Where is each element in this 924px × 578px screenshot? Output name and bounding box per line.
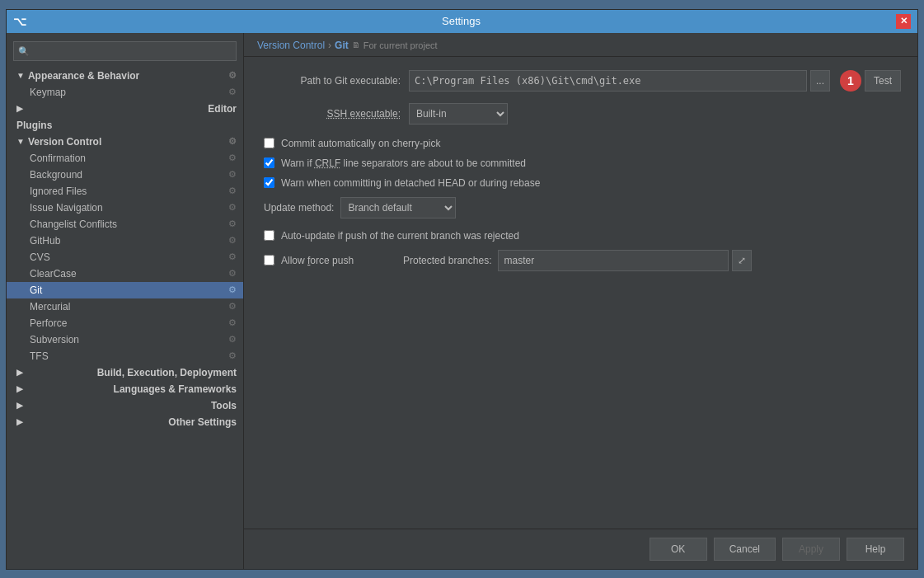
- cherry-pick-row: Commit automatically on cherry-pick: [260, 138, 901, 149]
- search-box[interactable]: 🔍: [13, 41, 237, 61]
- sidebar-item-build[interactable]: ▶ Build, Execution, Deployment: [7, 364, 243, 381]
- sidebar-label-editor: Editor: [208, 103, 237, 115]
- window-title: Settings: [26, 15, 896, 27]
- force-underline: f: [307, 255, 310, 266]
- sidebar-item-github[interactable]: GitHub ⚙: [7, 233, 243, 249]
- sidebar-item-appearance[interactable]: ▼ Appearance & Behavior ⚙: [7, 68, 243, 84]
- settings-icon-background: ⚙: [228, 169, 237, 180]
- sidebar-item-keymap[interactable]: Keymap ⚙: [7, 84, 243, 101]
- sidebar-label-plugins: Plugins: [16, 120, 52, 131]
- ssh-row: SSH executable: Built-in: [260, 103, 901, 125]
- ellipsis-button[interactable]: ...: [810, 70, 830, 92]
- sidebar-label-background: Background: [30, 169, 82, 181]
- sidebar-item-subversion[interactable]: Subversion ⚙: [7, 331, 243, 348]
- sidebar-label-github: GitHub: [30, 235, 60, 247]
- settings-icon-vc: ⚙: [228, 136, 237, 147]
- sidebar-label-keymap: Keymap: [30, 87, 66, 98]
- sidebar-label-ignored-files: Ignored Files: [30, 186, 87, 197]
- sidebar-label-version-control: Version Control: [28, 136, 101, 148]
- content-area: 🔍 ▼ Appearance & Behavior ⚙ Keymap ⚙ ▶ E…: [7, 33, 917, 569]
- sidebar-item-perforce[interactable]: Perforce ⚙: [7, 315, 243, 331]
- sidebar-label-clearcase: ClearCase: [30, 268, 77, 280]
- help-button[interactable]: Help: [847, 538, 904, 561]
- detached-head-row: Warn when committing in detached HEAD or…: [260, 177, 901, 189]
- number-badge: 1: [840, 70, 861, 92]
- sidebar-item-cvs[interactable]: CVS ⚙: [7, 249, 243, 266]
- sidebar-label-confirmation: Confirmation: [30, 153, 86, 164]
- settings-icon-confirmation: ⚙: [228, 153, 237, 163]
- collapse-arrow-editor: ▶: [16, 104, 23, 113]
- protected-branches-label: Protected branches:: [403, 255, 491, 266]
- test-button[interactable]: Test: [865, 70, 901, 92]
- update-method-select[interactable]: Branch default Merge Rebase: [340, 197, 456, 219]
- sidebar-label-perforce: Perforce: [30, 317, 67, 329]
- cherry-pick-checkbox[interactable]: [264, 138, 274, 148]
- sidebar-item-mercurial[interactable]: Mercurial ⚙: [7, 298, 243, 315]
- sidebar-item-issue-navigation[interactable]: Issue Navigation ⚙: [7, 200, 243, 216]
- settings-icon-git: ⚙: [228, 284, 237, 295]
- protected-branches-input[interactable]: [498, 250, 729, 271]
- detached-head-checkbox[interactable]: [264, 177, 274, 188]
- settings-icon-subversion: ⚙: [228, 334, 237, 345]
- force-push-label: Allow force push: [281, 255, 354, 266]
- settings-window: ⌥ Settings ✕ 🔍 ▼ Appearance & Behavior ⚙…: [6, 9, 918, 570]
- path-row: Path to Git executable: ... 1 Test: [260, 70, 901, 92]
- crlf-checkbox[interactable]: [264, 157, 274, 168]
- sidebar-item-ignored-files[interactable]: Ignored Files ⚙: [7, 183, 243, 200]
- path-label: Path to Git executable:: [260, 75, 409, 87]
- sidebar-item-other[interactable]: ▶ Other Settings: [7, 414, 243, 430]
- sidebar-label-build: Build, Execution, Deployment: [97, 367, 237, 378]
- ok-button[interactable]: OK: [650, 538, 707, 561]
- search-input[interactable]: [13, 41, 237, 61]
- expand-button[interactable]: ⤢: [732, 250, 752, 271]
- update-method-label: Update method:: [264, 202, 334, 214]
- sidebar-item-git[interactable]: Git ⚙: [7, 282, 243, 298]
- auto-update-label: Auto-update if push of the current branc…: [281, 230, 519, 242]
- sidebar-label-git: Git: [30, 284, 42, 296]
- close-button[interactable]: ✕: [896, 14, 911, 29]
- sidebar-label-issue-navigation: Issue Navigation: [30, 202, 103, 214]
- sidebar-item-tools[interactable]: ▶ Tools: [7, 397, 243, 414]
- crlf-label: Warn if CRLF line separators are about t…: [281, 157, 526, 169]
- search-icon: 🔍: [18, 45, 30, 56]
- bottom-bar: OK Cancel Apply Help: [244, 529, 917, 569]
- ssh-label: SSH executable:: [260, 108, 409, 120]
- force-push-checkbox[interactable]: [264, 255, 274, 266]
- sidebar-item-confirmation[interactable]: Confirmation ⚙: [7, 150, 243, 167]
- sidebar-item-version-control[interactable]: ▼ Version Control ⚙: [7, 134, 243, 150]
- sidebar-label-subversion: Subversion: [30, 334, 79, 345]
- sidebar-item-tfs[interactable]: TFS ⚙: [7, 348, 243, 364]
- sidebar-label-tfs: TFS: [30, 350, 49, 362]
- title-bar: ⌥ Settings ✕: [7, 10, 917, 33]
- auto-update-checkbox[interactable]: [264, 230, 274, 241]
- sidebar-item-editor[interactable]: ▶ Editor: [7, 101, 243, 117]
- apply-button[interactable]: Apply: [782, 538, 840, 561]
- collapse-arrow-languages: ▶: [16, 384, 23, 393]
- crlf-abbr: CRLF: [315, 157, 340, 169]
- sidebar-label-other: Other Settings: [168, 416, 237, 428]
- collapse-arrow-appearance: ▼: [16, 71, 25, 80]
- sidebar-item-clearcase[interactable]: ClearCase ⚙: [7, 266, 243, 282]
- settings-icon-ignored: ⚙: [228, 186, 237, 196]
- path-input[interactable]: [409, 70, 807, 92]
- settings-icon-cvs: ⚙: [228, 251, 237, 262]
- crlf-row: Warn if CRLF line separators are about t…: [260, 157, 901, 169]
- sidebar-label-tools: Tools: [211, 400, 237, 411]
- collapse-arrow-tools: ▶: [16, 401, 23, 410]
- ssh-select[interactable]: Built-in: [409, 103, 508, 125]
- sidebar-item-languages[interactable]: ▶ Languages & Frameworks: [7, 381, 243, 397]
- settings-icon-tfs: ⚙: [228, 350, 237, 361]
- collapse-arrow-vc: ▼: [16, 137, 25, 146]
- sidebar-item-changelist-conflicts[interactable]: Changelist Conflicts ⚙: [7, 216, 243, 233]
- sidebar-item-background[interactable]: Background ⚙: [7, 167, 243, 183]
- breadcrumb-version-control[interactable]: Version Control: [257, 40, 325, 51]
- main-panel: Version Control › Git 🗎 For current proj…: [244, 33, 917, 569]
- force-push-row: Allow force push Protected branches: ⤢: [260, 250, 901, 271]
- settings-icon-mercurial: ⚙: [228, 301, 237, 312]
- sidebar-item-plugins[interactable]: Plugins: [7, 117, 243, 134]
- settings-icon-clearcase: ⚙: [228, 268, 237, 279]
- settings-icon-appearance: ⚙: [228, 70, 237, 81]
- update-method-row: Update method: Branch default Merge Reba…: [260, 197, 901, 219]
- collapse-arrow-other: ▶: [16, 417, 23, 426]
- cancel-button[interactable]: Cancel: [714, 538, 776, 561]
